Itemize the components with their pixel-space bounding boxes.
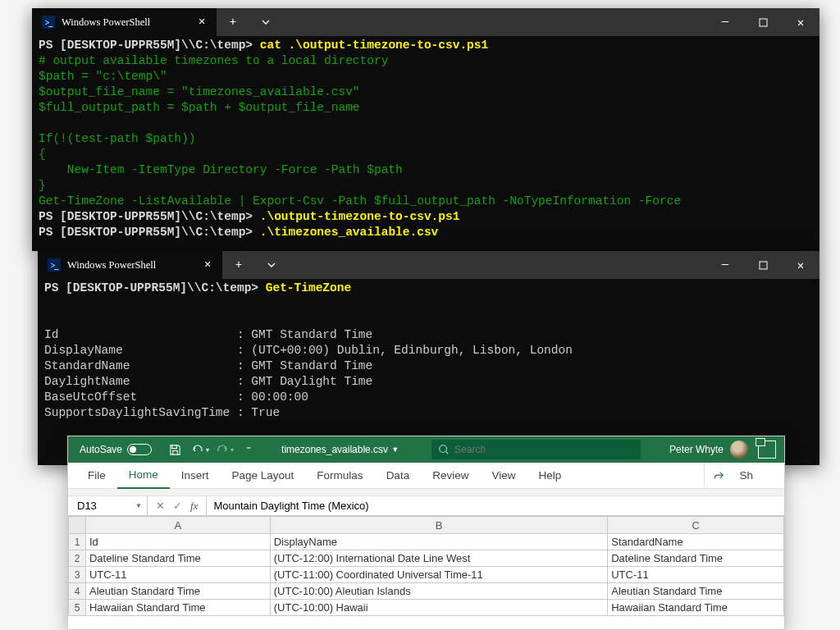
terminal-output[interactable]: PS [DESKTOP-UPPR55M]\\C:\temp> Get-TimeZ… (38, 279, 819, 422)
tab-help[interactable]: Help (527, 463, 573, 488)
toggle-off-icon[interactable] (127, 444, 152, 455)
autosave-label: AutoSave (80, 444, 122, 455)
cell[interactable]: Aleutian Standard Time (86, 583, 271, 600)
cell[interactable]: DisplayName (271, 534, 609, 550)
terminal-output[interactable]: PS [DESKTOP-UPPR55M]\\C:\temp> cat .\out… (32, 36, 819, 242)
tab-title: Windows PowerShell (62, 16, 189, 29)
tab-review[interactable]: Review (421, 463, 480, 488)
close-window-button[interactable]: ✕ (782, 251, 819, 279)
share-button[interactable]: Sh (704, 463, 776, 488)
filename[interactable]: timezones_available.csv ▼ (265, 444, 415, 455)
terminal-window-2: Windows PowerShell × + ─ ✕ PS [DESKTOP-U… (38, 251, 819, 465)
undo-icon[interactable]: ▾ (189, 440, 209, 459)
cell[interactable]: (UTC-11:00) Coordinated Universal Time-1… (271, 567, 609, 583)
quick-access-toolbar: ▾ ▾ ⁼ (158, 440, 265, 459)
tab-pagelayout[interactable]: Page Layout (221, 463, 306, 488)
cell[interactable]: StandardName (608, 534, 784, 550)
tab-home[interactable]: Home (117, 462, 170, 489)
ribbon-tabs: File Home Insert Page Layout Formulas Da… (68, 463, 784, 489)
user-account[interactable]: Peter Whyte (660, 441, 753, 459)
maximize-button[interactable] (744, 251, 782, 279)
formula-input[interactable]: Mountain Daylight Time (Mexico) (207, 500, 375, 512)
titlebar[interactable]: Windows PowerShell × + ─ ✕ (32, 8, 819, 36)
ribbon-display-icon[interactable] (758, 441, 776, 459)
tab-title: Windows PowerShell (67, 259, 194, 272)
enter-icon[interactable]: ✓ (173, 500, 182, 512)
new-tab-button[interactable]: + (222, 251, 255, 279)
row-header[interactable]: 3 (68, 567, 86, 583)
chevron-down-icon[interactable]: ▼ (135, 502, 142, 509)
save-icon[interactable] (165, 440, 185, 459)
tab-file[interactable]: File (76, 463, 117, 488)
cell[interactable]: (UTC-10:00) Hawaii (271, 600, 609, 616)
new-tab-button[interactable]: + (217, 8, 249, 36)
close-window-button[interactable]: ✕ (782, 8, 819, 36)
cell[interactable]: UTC-11 (86, 567, 271, 583)
svg-point-2 (440, 445, 447, 453)
autosave-toggle[interactable]: AutoSave (68, 444, 158, 455)
svg-rect-0 (760, 19, 767, 26)
cancel-icon[interactable]: ✕ (156, 500, 165, 512)
cell[interactable]: Dateline Standard Time (608, 550, 784, 567)
terminal-window-1: Windows PowerShell × + ─ ✕ PS [DESKTOP-U… (32, 8, 819, 251)
cell[interactable]: Hawaiian Standard Time (608, 600, 784, 616)
fx-icon[interactable]: fx (190, 500, 198, 513)
maximize-button[interactable] (744, 8, 782, 36)
column-header-A[interactable]: A (86, 516, 271, 534)
tab-formulas[interactable]: Formulas (305, 463, 374, 488)
tab-view[interactable]: View (480, 463, 527, 488)
cell[interactable]: Dateline Standard Time (86, 550, 271, 567)
svg-rect-1 (760, 262, 767, 269)
cell[interactable]: Hawaiian Standard Time (86, 600, 271, 616)
powershell-icon (48, 258, 61, 272)
spreadsheet-grid[interactable]: A B C 1 Id DisplayName StandardName 2 Da… (68, 516, 784, 616)
column-header-C[interactable]: C (608, 516, 784, 534)
row-header[interactable]: 2 (68, 550, 86, 567)
select-all-corner[interactable] (68, 516, 86, 534)
close-icon[interactable]: × (195, 16, 208, 29)
dropdown-button[interactable] (255, 251, 288, 279)
tab-insert[interactable]: Insert (170, 463, 221, 488)
user-name: Peter Whyte (669, 444, 724, 455)
tab-data[interactable]: Data (375, 463, 422, 488)
tab-powershell[interactable]: Windows PowerShell × (38, 251, 222, 279)
customize-qat-icon[interactable]: ⁼ (239, 440, 258, 459)
cell[interactable]: (UTC-12:00) International Date Line West (271, 550, 609, 567)
cell[interactable]: UTC-11 (608, 567, 784, 583)
excel-window: AutoSave ▾ ▾ ⁼ timezones_available.csv ▼… (67, 436, 785, 630)
close-icon[interactable]: × (201, 258, 214, 272)
search-box[interactable] (431, 440, 641, 459)
excel-titlebar[interactable]: AutoSave ▾ ▾ ⁼ timezones_available.csv ▼… (68, 436, 784, 463)
cell[interactable]: Aleutian Standard Time (608, 583, 784, 600)
redo-icon[interactable]: ▾ (214, 440, 234, 459)
tab-powershell[interactable]: Windows PowerShell × (32, 8, 217, 36)
row-header[interactable]: 1 (68, 534, 86, 550)
cell[interactable]: Id (86, 534, 271, 550)
cell[interactable]: (UTC-10:00) Aleutian Islands (271, 583, 609, 600)
row-header[interactable]: 5 (68, 600, 86, 616)
avatar (730, 441, 748, 459)
minimize-button[interactable]: ─ (706, 251, 744, 279)
minimize-button[interactable]: ─ (706, 8, 744, 36)
row-header[interactable]: 4 (68, 583, 86, 600)
titlebar[interactable]: Windows PowerShell × + ─ ✕ (38, 251, 819, 279)
search-icon (438, 444, 450, 455)
search-input[interactable] (454, 444, 578, 455)
powershell-icon (42, 16, 55, 29)
formula-bar: D13 ▼ ✕ ✓ fx Mountain Daylight Time (Mex… (68, 496, 784, 516)
name-box[interactable]: D13 ▼ (72, 496, 148, 515)
chevron-down-icon: ▼ (391, 445, 399, 454)
dropdown-button[interactable] (249, 8, 282, 36)
column-header-B[interactable]: B (271, 516, 609, 534)
